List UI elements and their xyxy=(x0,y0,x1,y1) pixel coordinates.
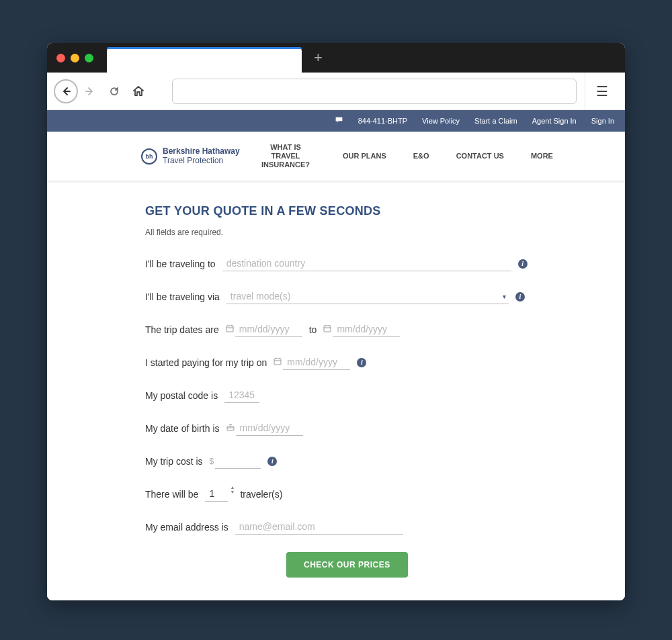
reload-button[interactable] xyxy=(102,79,126,103)
label-travelers-post: traveler(s) xyxy=(240,489,282,500)
row-mode: I'll be traveling via ▾ i xyxy=(145,289,625,304)
row-travelers: There will be ▲▼ traveler(s) xyxy=(145,486,625,502)
phone-link[interactable]: 844-411-BHTP xyxy=(358,117,407,125)
label-travelers-pre: There will be xyxy=(145,489,198,500)
tab-bar: + xyxy=(47,43,625,73)
label-postal: My postal code is xyxy=(145,390,218,401)
start-claim-link[interactable]: Start a Claim xyxy=(474,117,517,125)
travelers-input[interactable] xyxy=(205,486,228,502)
calendar-icon xyxy=(323,324,331,334)
paydate-input[interactable] xyxy=(283,355,350,370)
row-postal: My postal code is xyxy=(145,387,625,403)
info-icon-cost[interactable]: i xyxy=(267,457,277,466)
brand-logo-icon: bh xyxy=(141,148,157,165)
postal-input[interactable] xyxy=(224,387,259,403)
browser-window: + ☰ 844-411-BHTP View Policy Start a Cla… xyxy=(47,43,625,600)
main-nav: bh Berkshire Hathaway Travel Protection … xyxy=(47,132,625,181)
site-utility-bar: 844-411-BHTP View Policy Start a Claim A… xyxy=(47,110,625,132)
trip-cost-input[interactable] xyxy=(215,453,261,469)
row-cost: My trip cost is $ i xyxy=(145,453,625,469)
label-destination: I'll be traveling to xyxy=(145,259,216,269)
email-input[interactable] xyxy=(235,519,403,535)
trip-end-input[interactable] xyxy=(333,322,400,337)
minimize-window-button[interactable] xyxy=(71,54,79,62)
label-paydate: I started paying for my trip on xyxy=(145,357,267,368)
quote-form: GET YOUR QUOTE IN A FEW SECONDS All fiel… xyxy=(47,181,625,600)
back-button[interactable] xyxy=(54,79,78,103)
row-destination: I'll be traveling to i xyxy=(145,256,625,271)
number-stepper[interactable]: ▲▼ xyxy=(230,485,235,494)
nav-more[interactable]: MORE xyxy=(531,152,553,161)
label-dates: The trip dates are xyxy=(145,324,219,335)
info-icon-paydate[interactable]: i xyxy=(357,358,366,367)
calendar-icon xyxy=(274,357,282,367)
calendar-icon xyxy=(226,324,234,334)
info-icon-destination[interactable]: i xyxy=(518,259,528,269)
signin-link[interactable]: Sign In xyxy=(591,117,614,125)
arrow-left-icon xyxy=(60,86,71,97)
hamburger-icon: ☰ xyxy=(596,83,608,99)
svg-rect-0 xyxy=(226,326,233,332)
travel-mode-select[interactable] xyxy=(226,289,509,304)
arrow-right-icon xyxy=(85,86,95,97)
info-icon-mode[interactable]: i xyxy=(515,292,525,302)
svg-rect-1 xyxy=(324,326,331,332)
home-button[interactable] xyxy=(126,79,151,103)
new-tab-button[interactable]: + xyxy=(314,49,323,66)
trip-start-input[interactable] xyxy=(235,322,302,337)
browser-tab[interactable] xyxy=(107,47,302,73)
row-dates: The trip dates are to xyxy=(145,322,625,337)
agent-signin-link[interactable]: Agent Sign In xyxy=(532,117,577,125)
row-dob: My date of birth is xyxy=(145,420,625,436)
row-paydate: I started paying for my trip on i xyxy=(145,355,625,370)
svg-rect-2 xyxy=(274,359,281,365)
maximize-window-button[interactable] xyxy=(85,54,93,62)
currency-symbol: $ xyxy=(210,457,214,466)
nav-eo[interactable]: E&O xyxy=(413,152,429,161)
dob-input[interactable] xyxy=(236,420,303,436)
view-policy-link[interactable]: View Policy xyxy=(422,117,460,125)
chat-icon[interactable] xyxy=(335,116,343,126)
label-cost: My trip cost is xyxy=(145,456,203,467)
window-controls xyxy=(56,54,93,62)
label-mode: I'll be traveling via xyxy=(145,291,220,302)
nav-contact[interactable]: CONTACT US xyxy=(456,152,504,161)
birthday-icon xyxy=(226,423,235,433)
browser-menu-button[interactable]: ☰ xyxy=(585,73,618,110)
nav-what-is[interactable]: WHAT IS TRAVEL INSURANCE? xyxy=(255,143,316,170)
destination-input[interactable] xyxy=(222,256,511,271)
svg-rect-3 xyxy=(227,426,234,430)
close-window-button[interactable] xyxy=(56,54,65,62)
nav-our-plans[interactable]: OUR PLANS xyxy=(343,152,386,161)
form-heading: GET YOUR QUOTE IN A FEW SECONDS xyxy=(145,204,625,218)
brand[interactable]: bh Berkshire Hathaway Travel Protection xyxy=(141,147,240,165)
forward-button[interactable] xyxy=(78,79,102,103)
browser-toolbar: ☰ xyxy=(47,73,625,110)
brand-text: Berkshire Hathaway Travel Protection xyxy=(163,147,240,165)
label-to: to xyxy=(309,324,317,335)
label-email: My email address is xyxy=(145,522,228,533)
label-dob: My date of birth is xyxy=(145,423,220,434)
required-note: All fields are required. xyxy=(145,228,625,237)
row-email: My email address is xyxy=(145,519,625,535)
home-icon xyxy=(132,85,144,97)
check-prices-button[interactable]: CHECK OUR PRICES xyxy=(286,552,408,578)
address-bar[interactable] xyxy=(172,79,577,104)
reload-icon xyxy=(109,86,120,97)
